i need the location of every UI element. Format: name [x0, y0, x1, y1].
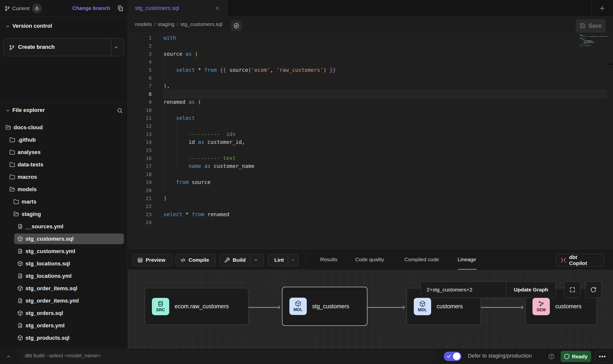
- tab-stg-customers[interactable]: stg_customers.sql: [128, 0, 228, 17]
- line-number: 17: [128, 162, 152, 170]
- line-number: 12: [128, 122, 152, 130]
- model-cube-icon: [17, 236, 23, 242]
- panel-tab-results[interactable]: Results: [320, 249, 337, 270]
- code-editor[interactable]: 1with23source as (45 select * from {{ so…: [128, 33, 613, 249]
- breadcrumb-segment[interactable]: stg_customers.sql: [180, 21, 222, 27]
- dbt-cloud-ide: Current Change branch Version control Cr…: [0, 0, 613, 364]
- button-divider: [111, 39, 111, 56]
- lineage-selector-group: 2+stg_customers+2 Update Graph: [420, 282, 556, 298]
- file-tree-item-staging[interactable]: staging: [10, 209, 124, 219]
- line-number: 24: [128, 218, 152, 227]
- chevron-up-icon[interactable]: [6, 354, 11, 359]
- file-tree-item-stg-orders-yml[interactable]: stg_orders.yml: [14, 320, 124, 331]
- lineage-node-ecom-raw-customers[interactable]: SRCecom.raw_customers: [145, 288, 249, 325]
- arrowhead-icon: [401, 305, 406, 310]
- chevron-down-icon[interactable]: [114, 45, 119, 50]
- file-tree-item-stg-order-items-yml[interactable]: stg_order_items.yml: [14, 295, 124, 306]
- explore-lineage-icon[interactable]: [231, 20, 242, 31]
- search-icon[interactable]: [117, 107, 123, 114]
- panel-tab-lineage[interactable]: Lineage: [458, 249, 476, 270]
- file-tree-item-stg-locations-yml[interactable]: stg_locations.yml: [14, 271, 124, 281]
- version-control-section-header[interactable]: Version control: [0, 21, 128, 32]
- divider: [437, 349, 437, 364]
- refresh-button[interactable]: [585, 282, 602, 298]
- close-icon[interactable]: [215, 5, 220, 11]
- chevron-down-icon: [5, 108, 10, 113]
- file-tree-item-analyses[interactable]: analyses: [6, 147, 124, 157]
- file-tree-item-stg-customers-yml[interactable]: stg_customers.yml: [14, 246, 124, 257]
- file-tree-item-docs-cloud[interactable]: docs-cloud: [2, 122, 124, 133]
- file-tree-item--github[interactable]: .github: [6, 134, 124, 145]
- arrowhead-icon: [520, 305, 525, 310]
- copy-icon[interactable]: [117, 5, 124, 12]
- ready-status-button[interactable]: Ready: [561, 351, 591, 362]
- breadcrumb-segment[interactable]: staging: [158, 21, 175, 27]
- git-branch-icon: [9, 45, 15, 51]
- file-tree-item-stg-order-items-sql[interactable]: stg_order_items.sql: [14, 283, 124, 294]
- file-tree-item-stg-orders-sql[interactable]: stg_orders.sql: [14, 308, 124, 318]
- save-button[interactable]: Save: [576, 19, 606, 32]
- breadcrumb: models/staging/stg_customers.sql: [135, 21, 222, 27]
- create-branch-button[interactable]: Create branch: [3, 38, 124, 56]
- help-icon[interactable]: [548, 353, 555, 360]
- command-placeholder: dbt build --select <model_name>: [25, 353, 101, 359]
- file-tree-item-macros[interactable]: macros: [6, 172, 124, 182]
- line-number: 9: [128, 98, 152, 106]
- file-tree-item-stg-customers-sql[interactable]: stg_customers.sql: [14, 234, 124, 244]
- line-number: 2: [128, 42, 152, 50]
- compile-button[interactable]: Compile: [175, 254, 216, 266]
- chevron-down-icon[interactable]: [253, 258, 258, 262]
- breadcrumb-separator: /: [152, 21, 158, 27]
- fullscreen-button[interactable]: [564, 282, 581, 298]
- preview-button[interactable]: Preview: [133, 254, 172, 266]
- line-number: 11: [128, 114, 152, 122]
- update-graph-button[interactable]: Update Graph: [506, 287, 556, 293]
- file-tree-item--sources-yml[interactable]: __sources.yml: [14, 221, 124, 232]
- panel-tab-compiled-code[interactable]: Compiled code: [404, 249, 439, 270]
- file-tree-item-stg-locations-sql[interactable]: stg_locations.sql: [14, 258, 124, 269]
- current-line-highlight: [164, 90, 607, 98]
- more-options-button[interactable]: •••: [595, 351, 610, 362]
- node-label: customers: [555, 303, 582, 310]
- dbt-copilot-button[interactable]: dbt Copilot: [556, 254, 604, 266]
- breadcrumb-row: models/staging/stg_customers.sql Save: [128, 17, 613, 33]
- sem-icon: [538, 301, 544, 307]
- button-label: Compile: [189, 257, 209, 263]
- file-icon: [17, 273, 23, 279]
- file-icon: [17, 298, 23, 304]
- minimap[interactable]: [580, 34, 608, 49]
- lint-button[interactable]: Lint: [268, 254, 298, 266]
- file-explorer-section-header[interactable]: File explorer: [0, 105, 128, 116]
- defer-toggle[interactable]: [444, 352, 461, 361]
- folder-icon: [9, 137, 15, 143]
- current-branch-label: Current: [12, 5, 29, 11]
- file-tree-item-marts[interactable]: marts: [10, 196, 124, 207]
- file-name: data-tests: [18, 161, 43, 168]
- new-tab-button[interactable]: [599, 5, 605, 11]
- line-number: 13: [128, 130, 152, 138]
- code-icon: [180, 257, 186, 263]
- file-tree-item-data-tests[interactable]: data-tests: [6, 159, 124, 170]
- dbt-copilot-icon: [560, 257, 567, 263]
- file-tree-item-stg-products-sql[interactable]: stg_products.sql: [14, 333, 124, 343]
- line-number: 23: [128, 210, 152, 219]
- build-button[interactable]: Build: [220, 254, 264, 266]
- file-name: marts: [22, 199, 36, 205]
- badge-label: SEM: [537, 308, 546, 312]
- change-branch-link[interactable]: Change branch: [72, 5, 110, 11]
- file-name: stg_order_items.yml: [26, 298, 79, 304]
- breadcrumb-segment[interactable]: models: [135, 21, 152, 27]
- lineage-graph: SRCecom.raw_customersMDLstg_customersMDL…: [128, 270, 613, 348]
- folder-open-icon: [13, 211, 19, 217]
- lineage-selector-input[interactable]: 2+stg_customers+2: [421, 287, 506, 293]
- file-tree-item-models[interactable]: models: [6, 184, 124, 195]
- file-name: analyses: [18, 149, 41, 156]
- file-name: stg_products.sql: [26, 335, 69, 341]
- chevron-down-icon[interactable]: [291, 258, 295, 262]
- panel-tab-code-quality[interactable]: Code quality: [355, 249, 384, 270]
- lineage-node-stg-customers[interactable]: MDLstg_customers: [282, 287, 367, 326]
- cube-icon: [419, 301, 426, 307]
- chevron-down-icon: [5, 24, 10, 29]
- cube-icon: [295, 300, 301, 307]
- mdl-badge: MDL: [289, 298, 307, 315]
